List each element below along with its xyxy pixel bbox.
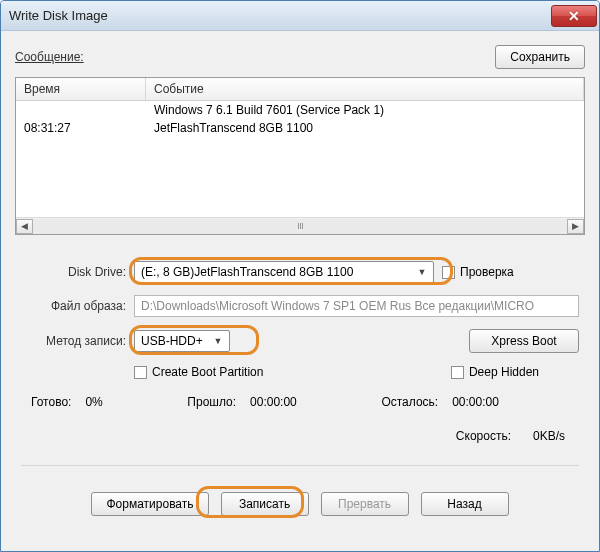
verify-checkbox[interactable]: Проверка: [442, 265, 514, 279]
close-button[interactable]: ✕: [551, 5, 597, 27]
verify-label: Проверка: [460, 265, 514, 279]
disk-drive-value: (E:, 8 GB)JetFlashTranscend 8GB 1100: [141, 265, 353, 279]
col-event-header[interactable]: Событие: [146, 78, 584, 100]
ready-label: Готово:: [31, 395, 71, 409]
log-header: Время Событие: [16, 78, 584, 101]
log-event: JetFlashTranscend 8GB 1100: [146, 119, 584, 137]
speed-value: 0KB/s: [533, 429, 565, 443]
chevron-left-icon: ◀: [21, 221, 28, 231]
form-area: Disk Drive: (E:, 8 GB)JetFlashTranscend …: [15, 243, 585, 528]
elapsed-value: 00:00:00: [250, 395, 297, 409]
deep-hidden-label: Deep Hidden: [469, 365, 539, 379]
write-method-label: Метод записи:: [21, 334, 126, 348]
xpress-boot-button[interactable]: Xpress Boot: [469, 329, 579, 353]
checkbox-box-icon: [451, 366, 464, 379]
log-time: [16, 101, 146, 119]
log-body: Windows 7 6.1 Build 7601 (Service Pack 1…: [16, 101, 584, 217]
log-row[interactable]: 08:31:27 JetFlashTranscend 8GB 1100: [16, 119, 584, 137]
close-icon: ✕: [568, 8, 580, 24]
ready-value: 0%: [85, 395, 102, 409]
write-button[interactable]: Записать: [221, 492, 309, 516]
chevron-down-icon: ▼: [211, 336, 225, 346]
titlebar: Write Disk Image ✕: [1, 1, 599, 31]
write-method-value: USB-HDD+: [141, 334, 203, 348]
scroll-track[interactable]: [33, 219, 567, 234]
write-method-select[interactable]: USB-HDD+ ▼: [134, 330, 230, 352]
checkbox-box-icon: [134, 366, 147, 379]
create-boot-label: Create Boot Partition: [152, 365, 263, 379]
disk-drive-select[interactable]: (E:, 8 GB)JetFlashTranscend 8GB 1100 ▼: [134, 261, 434, 283]
log-list: Время Событие Windows 7 6.1 Build 7601 (…: [15, 77, 585, 235]
speed-label: Скорость:: [456, 429, 511, 443]
checkbox-box-icon: [442, 266, 455, 279]
window-title: Write Disk Image: [9, 8, 551, 23]
log-event: Windows 7 6.1 Build 7601 (Service Pack 1…: [146, 101, 584, 119]
abort-button: Прервать: [321, 492, 409, 516]
elapsed-label: Прошло:: [187, 395, 236, 409]
scroll-grip-icon: [298, 223, 303, 229]
format-button[interactable]: Форматировать: [91, 492, 208, 516]
log-time: 08:31:27: [16, 119, 146, 137]
scroll-left-button[interactable]: ◀: [16, 219, 33, 234]
image-file-label: Файл образа:: [21, 299, 126, 313]
image-file-input[interactable]: [134, 295, 579, 317]
chevron-right-icon: ▶: [572, 221, 579, 231]
divider: [21, 465, 579, 466]
content-area: Сообщение: Сохранить Время Событие Windo…: [1, 31, 599, 551]
horizontal-scrollbar[interactable]: ◀ ▶: [16, 217, 584, 234]
save-button[interactable]: Сохранить: [495, 45, 585, 69]
col-time-header[interactable]: Время: [16, 78, 146, 100]
message-label: Сообщение:: [15, 50, 485, 64]
scroll-right-button[interactable]: ▶: [567, 219, 584, 234]
deep-hidden-checkbox[interactable]: Deep Hidden: [451, 365, 539, 379]
write-disk-image-window: Write Disk Image ✕ Сообщение: Сохранить …: [0, 0, 600, 552]
chevron-down-icon: ▼: [415, 267, 429, 277]
disk-drive-label: Disk Drive:: [21, 265, 126, 279]
remaining-value: 00:00:00: [452, 395, 499, 409]
remaining-label: Осталось:: [381, 395, 438, 409]
create-boot-partition-checkbox[interactable]: Create Boot Partition: [134, 365, 263, 379]
log-row[interactable]: Windows 7 6.1 Build 7601 (Service Pack 1…: [16, 101, 584, 119]
back-button[interactable]: Назад: [421, 492, 509, 516]
